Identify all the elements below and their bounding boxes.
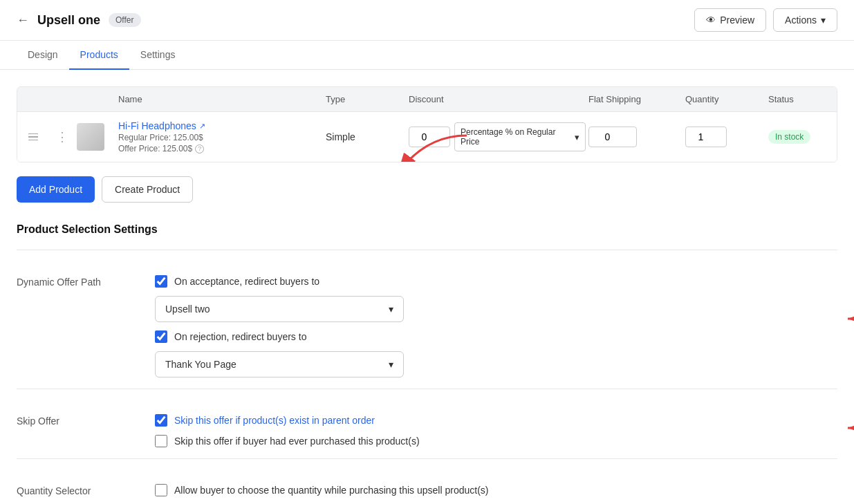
- acceptance-checkbox-label: On acceptance, redirect buyers to: [174, 276, 319, 287]
- main-content: Name Type Discount Flat Shipping Quantit…: [0, 70, 854, 504]
- external-link-icon: ↗: [199, 122, 205, 131]
- discount-type-select[interactable]: Percentage % on Regular Price ▾: [454, 122, 586, 151]
- status-cell: In stock: [768, 130, 837, 144]
- offer-price: Offer Price: 125.00$ ?: [118, 144, 326, 153]
- dynamic-offer-path-content: On acceptance, redirect buyers to Upsell…: [155, 275, 837, 377]
- header-right: 👁 Preview Actions ▾: [694, 8, 837, 32]
- status-badge: In stock: [768, 130, 810, 144]
- products-table: Name Type Discount Flat Shipping Quantit…: [17, 86, 837, 162]
- product-image: [77, 123, 118, 151]
- create-product-button[interactable]: Create Product: [102, 176, 193, 203]
- col-quantity: Quantity: [685, 94, 768, 104]
- dynamic-offer-path-row: Dynamic Offer Path On acceptance, redire…: [17, 264, 837, 389]
- quantity-cell: [685, 127, 768, 147]
- acceptance-dropdown[interactable]: Upsell two ▾: [155, 296, 404, 322]
- flat-shipping-input[interactable]: [588, 127, 637, 147]
- table-row: ⋮ Hi-Fi Headphones ↗ Regular Price: 125.…: [17, 111, 837, 162]
- col-type: Type: [326, 94, 409, 104]
- tab-design[interactable]: Design: [17, 41, 69, 70]
- quantity-selector-label: Quantity Selector: [17, 484, 127, 496]
- col-status: Status: [768, 94, 837, 104]
- quantity-selector-option-row: Allow buyer to choose the quantity while…: [155, 484, 837, 496]
- quantity-selector-row: Quantity Selector Allow buyer to choose …: [17, 473, 837, 504]
- page-title: Upsell one: [37, 13, 100, 28]
- product-type: Simple: [326, 131, 409, 142]
- rejection-checkbox-row: On rejection, redirect buyers to: [155, 330, 837, 343]
- offer-badge: Offer: [109, 13, 140, 27]
- skip-offer-label: Skip Offer: [17, 414, 127, 427]
- col-flat-shipping: Flat Shipping: [588, 94, 685, 104]
- chevron-down-icon: ▾: [389, 359, 393, 370]
- section-title: Product Selection Settings: [17, 223, 837, 236]
- acceptance-checkbox[interactable]: [155, 275, 167, 288]
- chevron-down-icon: ▾: [389, 304, 393, 315]
- rejection-dropdown[interactable]: Thank You Page ▾: [155, 351, 404, 377]
- col-name: Name: [118, 94, 326, 104]
- tab-settings[interactable]: Settings: [129, 41, 187, 70]
- discount-value-input[interactable]: [409, 127, 450, 147]
- actions-label: Actions: [785, 15, 817, 26]
- acceptance-checkbox-row: On acceptance, redirect buyers to: [155, 275, 837, 288]
- discount-cell: Percentage % on Regular Price ▾: [409, 122, 588, 151]
- product-info: Hi-Fi Headphones ↗ Regular Price: 125.00…: [118, 120, 326, 153]
- col-discount: Discount: [409, 94, 588, 104]
- skip-offer-option1-wrapper: Skip this offer if product(s) exist in p…: [155, 414, 837, 427]
- tab-products[interactable]: Products: [69, 41, 129, 70]
- back-button[interactable]: ←: [17, 13, 29, 28]
- skip-offer-row: Skip Offer Skip this offer if product(s)…: [17, 403, 837, 458]
- add-product-button[interactable]: Add Product: [17, 176, 95, 203]
- chevron-down-icon: ▾: [821, 15, 826, 26]
- product-actions-row: Add Product Create Product: [17, 176, 837, 203]
- tabs-bar: Design Products Settings: [0, 41, 854, 70]
- skip-offer-content: Skip this offer if product(s) exist in p…: [155, 414, 837, 447]
- rejection-checkbox[interactable]: [155, 330, 167, 343]
- skip-offer-option2-row: Skip this offer if buyer had ever purcha…: [155, 435, 837, 447]
- actions-button[interactable]: Actions ▾: [773, 8, 837, 32]
- quantity-selector-option-label: Allow buyer to choose the quantity while…: [174, 485, 488, 496]
- preview-button[interactable]: 👁 Preview: [694, 8, 766, 32]
- chevron-down-icon: ▾: [575, 132, 579, 142]
- quantity-selector-checkbox[interactable]: [155, 484, 167, 496]
- flat-shipping-cell: [588, 127, 685, 147]
- product-selection-settings: Product Selection Settings Dynamic Offer…: [17, 223, 837, 504]
- product-name-link[interactable]: Hi-Fi Headphones ↗: [118, 120, 326, 131]
- header-left: ← Upsell one Offer: [17, 13, 141, 28]
- preview-label: Preview: [720, 15, 754, 26]
- skip-offer-option2-label: Skip this offer if buyer had ever purcha…: [174, 436, 420, 447]
- acceptance-dropdown-wrapper: Upsell two ▾: [155, 296, 837, 322]
- quantity-selector-content: Allow buyer to choose the quantity while…: [155, 484, 837, 496]
- drag-handle[interactable]: [28, 133, 56, 142]
- row-dots-menu[interactable]: ⋮: [56, 131, 77, 143]
- skip-offer-option1-row: Skip this offer if product(s) exist in p…: [155, 414, 375, 427]
- info-icon: ?: [195, 144, 204, 153]
- table-header: Name Type Discount Flat Shipping Quantit…: [17, 87, 837, 111]
- skip-offer-option1-label: Skip this offer if product(s) exist in p…: [174, 415, 375, 426]
- skip-offer-option2-checkbox[interactable]: [155, 435, 167, 447]
- skip-offer-option1-checkbox[interactable]: [155, 414, 167, 427]
- quantity-input[interactable]: [685, 127, 727, 147]
- eye-icon: 👁: [706, 15, 716, 26]
- rejection-checkbox-label: On rejection, redirect buyers to: [174, 331, 306, 342]
- regular-price: Regular Price: 125.00$: [118, 133, 326, 142]
- header: ← Upsell one Offer 👁 Preview Actions ▾: [0, 0, 854, 41]
- dynamic-offer-path-label: Dynamic Offer Path: [17, 275, 127, 288]
